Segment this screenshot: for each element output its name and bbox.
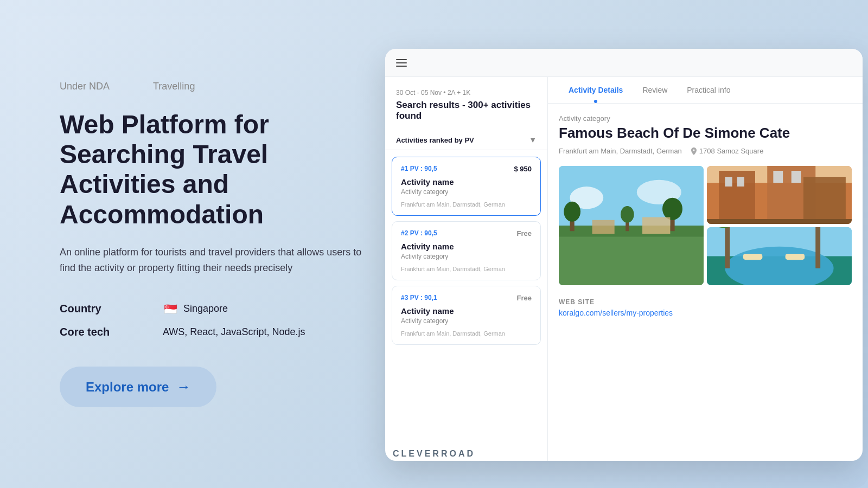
hamburger-line-2 — [396, 62, 407, 63]
country-row: Country 🇸🇬 Singapore — [60, 303, 363, 315]
svg-rect-29 — [815, 227, 820, 268]
card-price-2: Free — [517, 229, 532, 237]
search-header: 30 Oct - 05 Nov • 2A + 1K Search results… — [385, 77, 547, 130]
landscape-image — [559, 166, 704, 285]
arrow-icon: → — [176, 378, 190, 395]
explore-more-button[interactable]: Explore more → — [60, 367, 216, 407]
svg-rect-12 — [642, 217, 670, 234]
search-meta: 30 Oct - 05 Nov • 2A + 1K — [396, 89, 537, 97]
search-panel: 30 Oct - 05 Nov • 2A + 1K Search results… — [385, 77, 548, 461]
resort-image — [707, 166, 852, 224]
map-pin-icon — [691, 147, 697, 155]
filter-label: Activities ranked by PV — [396, 136, 474, 144]
card-category-2: Activity category — [401, 253, 532, 260]
website-section: WEB SITE koralgo.com/sellers/my-properti… — [559, 298, 852, 318]
tab-review[interactable]: Review — [633, 77, 677, 103]
page-title: Web Platform for Searching Travel Activi… — [60, 110, 363, 229]
svg-rect-19 — [725, 177, 732, 187]
card-location-1: Frankfurt am Main, Darmstadt, German — [401, 201, 532, 208]
tag-row: Under NDA Travelling — [60, 81, 363, 92]
website-link[interactable]: koralgo.com/sellers/my-properties — [559, 309, 673, 317]
activity-card-3[interactable]: #3 PV : 90,1 Free Activity name Activity… — [392, 286, 541, 345]
svg-rect-26 — [725, 227, 730, 268]
address-pin: 1708 Samoz Square — [691, 147, 764, 155]
activity-card-2[interactable]: #2 PV : 90,5 Free Activity name Activity… — [392, 221, 541, 280]
tab-practical-info[interactable]: Practical info — [677, 77, 740, 103]
card-name-1: Activity name — [401, 177, 532, 187]
card-location-2: Frankfurt am Main, Darmstadt, German — [401, 266, 532, 272]
tech-label: Core tech — [60, 326, 130, 338]
svg-rect-22 — [792, 171, 801, 183]
images-grid — [559, 166, 852, 285]
address-row: Frankfurt am Main, Darmstadt, German 170… — [559, 147, 852, 155]
detail-panel: Activity Details Review Practical info A… — [548, 77, 863, 461]
svg-rect-20 — [737, 177, 744, 187]
country-name: Singapore — [183, 303, 228, 314]
search-title: Search results - 300+ activities found — [396, 100, 537, 121]
map-address: 1708 Samoz Square — [699, 147, 764, 155]
tech-row: Core tech AWS, React, JavaScript, Node.j… — [60, 326, 363, 338]
svg-point-6 — [564, 202, 580, 222]
filter-dropdown-icon: ▼ — [529, 136, 537, 144]
card-name-2: Activity name — [401, 242, 532, 251]
card-rank-2: #2 PV : 90,5 — [401, 229, 437, 237]
activity-card-1[interactable]: #1 PV : 90,5 $ 950 Activity name Activit… — [392, 157, 541, 216]
svg-rect-18 — [707, 219, 852, 224]
country-label: Country — [60, 303, 130, 315]
page-container: Under NDA Travelling Web Platform for Se… — [16, 16, 852, 472]
svg-rect-31 — [743, 254, 763, 260]
card-top-1: #1 PV : 90,5 $ 950 — [401, 165, 532, 173]
tech-value: AWS, React, JavaScript, Node.js — [163, 326, 305, 338]
activity-address: Frankfurt am Main, Darmstadt, German — [559, 147, 682, 155]
svg-point-8 — [662, 198, 682, 220]
card-top-3: #3 PV : 90,1 Free — [401, 294, 532, 302]
svg-rect-21 — [773, 171, 783, 183]
footer-brand: CLEVERROAD — [393, 449, 475, 459]
card-price-1: $ 950 — [514, 165, 532, 173]
svg-point-10 — [621, 206, 634, 223]
top-right-image — [707, 166, 852, 224]
detail-content: Activity category Famous Beach Of De Sim… — [548, 104, 863, 461]
card-category-1: Activity category — [401, 188, 532, 196]
card-name-3: Activity name — [401, 306, 532, 316]
pool-image — [707, 227, 852, 285]
singapore-flag: 🇸🇬 — [163, 304, 178, 314]
hamburger-menu[interactable] — [396, 59, 407, 67]
card-price-3: Free — [517, 294, 532, 302]
website-label: WEB SITE — [559, 298, 852, 306]
app-window: 30 Oct - 05 Nov • 2A + 1K Search results… — [385, 49, 863, 461]
explore-label: Explore more — [86, 380, 169, 395]
svg-rect-11 — [592, 220, 615, 234]
bottom-right-image — [707, 227, 852, 285]
main-image — [559, 166, 704, 285]
svg-rect-32 — [786, 254, 805, 260]
meta-section: Country 🇸🇬 Singapore Core tech AWS, Reac… — [60, 303, 363, 338]
svg-rect-4 — [559, 237, 704, 285]
activity-list: #1 PV : 90,5 $ 950 Activity name Activit… — [385, 150, 547, 461]
card-top-2: #2 PV : 90,5 Free — [401, 229, 532, 237]
detail-tabs: Activity Details Review Practical info — [548, 77, 863, 104]
filter-row[interactable]: Activities ranked by PV ▼ — [385, 130, 547, 150]
hamburger-line-3 — [396, 66, 407, 67]
left-panel: Under NDA Travelling Web Platform for Se… — [16, 48, 407, 440]
detail-activity-name: Famous Beach Of De Simone Cate — [559, 125, 852, 142]
card-rank-1: #1 PV : 90,5 — [401, 165, 437, 173]
hamburger-line-1 — [396, 59, 407, 60]
hero-description: An online platform for tourists and trav… — [60, 245, 363, 277]
detail-category-label: Activity category — [559, 114, 852, 123]
card-rank-3: #3 PV : 90,1 — [401, 294, 437, 302]
app-body: 30 Oct - 05 Nov • 2A + 1K Search results… — [385, 77, 863, 461]
app-topbar — [385, 49, 863, 77]
svg-rect-17 — [803, 177, 846, 224]
card-location-3: Frankfurt am Main, Darmstadt, German — [401, 330, 532, 337]
card-category-3: Activity category — [401, 317, 532, 325]
nda-tag: Under NDA — [60, 81, 110, 92]
category-tag: Travelling — [153, 81, 195, 92]
country-value: 🇸🇬 Singapore — [163, 303, 228, 314]
tab-activity-details[interactable]: Activity Details — [559, 77, 633, 103]
